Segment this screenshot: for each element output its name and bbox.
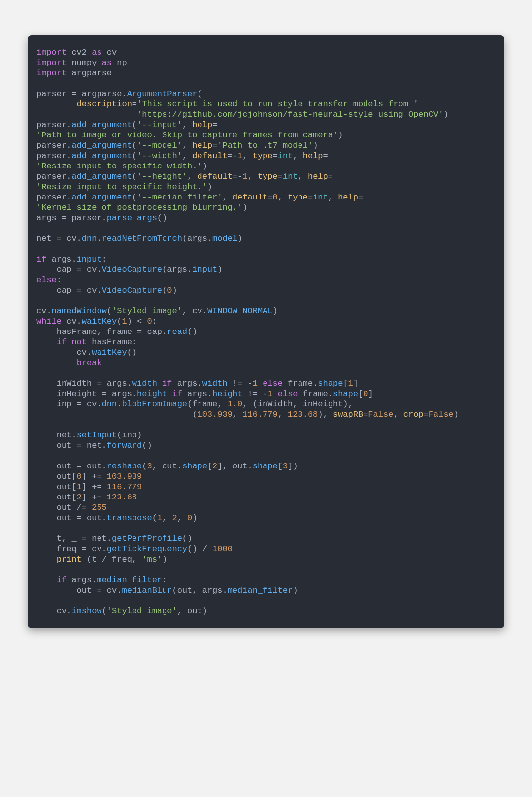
code-line: 'https://github.com/jcjohnson/fast-neura… (36, 110, 449, 119)
code-token: , (293, 151, 302, 161)
code-token: , out. (152, 462, 182, 471)
code-token: parser. (36, 193, 71, 202)
code-token: VideoCapture (102, 265, 162, 274)
code-token: 1 (157, 513, 162, 523)
code-token: args. (172, 379, 202, 388)
code-token: 1 (348, 379, 353, 388)
code-line: freq = cv.getTickFrequency() / 1000 (36, 544, 233, 554)
code-token: '--input' (137, 120, 182, 130)
code-token: net = cv. (36, 234, 82, 243)
code-token: 'Path to .t7 model' (217, 141, 313, 150)
code-line: args = parser.parse_args() (36, 213, 167, 223)
code-token: ), (318, 410, 333, 419)
code-token: not (71, 337, 87, 347)
code-token: ( (36, 410, 197, 419)
code-token: 0 (167, 286, 172, 295)
code-token: ( (152, 513, 157, 523)
code-token: 116.779 (242, 410, 277, 419)
code-token: default (197, 172, 232, 181)
code-line: hasFrame, frame = cap.read() (36, 327, 197, 336)
code-line: cap = cv.VideoCapture(args.input) (36, 265, 222, 274)
code-token (66, 337, 71, 347)
code-token: out /= (36, 503, 92, 512)
code-line: 'Resize input to specific height.') (36, 182, 212, 192)
code-token: median_filter (97, 575, 162, 585)
code-token: ( (117, 317, 122, 326)
code-token: , (393, 410, 403, 419)
code-token: , (222, 193, 232, 202)
code-token: : (102, 255, 107, 264)
code-line: parser = argparse.ArgumentParser( (36, 89, 202, 99)
code-line: out /= 255 (36, 503, 107, 512)
code-token: parser. (36, 120, 71, 130)
code-token: default (192, 151, 227, 161)
code-token: hasFrame: (87, 337, 137, 347)
code-token: ] += (82, 472, 107, 481)
code-token: type (258, 172, 278, 181)
code-token: 'This script is used to run style transf… (137, 100, 418, 109)
code-token: numpy (66, 58, 101, 67)
code-block[interactable]: import cv2 as cv import numpy as np impo… (28, 35, 504, 628)
code-token: ) < (127, 317, 147, 326)
code-token: type (253, 151, 273, 161)
code-token: model (212, 234, 237, 243)
code-token: reshape (107, 462, 142, 471)
code-token (36, 110, 137, 119)
code-token: 0 (77, 472, 82, 481)
code-token: ( (132, 193, 137, 202)
code-token: setInput (77, 431, 117, 440)
code-line: parser.add_argument('--model', help='Pat… (36, 141, 318, 150)
code-token: (inp) (117, 431, 142, 440)
code-token: () (182, 534, 192, 543)
code-token: args. (46, 255, 76, 264)
code-line: (103.939, 116.779, 123.68), swapRB=False… (36, 410, 459, 419)
code-token: while (36, 317, 62, 326)
code-token: ( (132, 172, 137, 181)
code-token: out = net. (36, 441, 107, 450)
code-token (36, 100, 77, 109)
code-token: , (177, 513, 187, 523)
code-token: dnn (82, 234, 97, 243)
code-line: 'Resize input to specific width.') (36, 162, 207, 171)
code-line: inp = cv.dnn.blobFromImage(frame, 1.0, (… (36, 399, 353, 409)
code-token: ) (172, 286, 177, 295)
code-token: out[ (36, 482, 77, 492)
code-token: , (248, 172, 258, 181)
code-token (36, 358, 77, 367)
code-token: 3 (147, 462, 152, 471)
code-token: 'Resize input to specific height.' (36, 182, 207, 192)
code-token: ) (313, 141, 318, 150)
code-token: help (192, 141, 212, 150)
code-token: import (36, 68, 66, 78)
code-token: if (172, 389, 182, 398)
code-token: args. (182, 389, 212, 398)
code-token: [ (207, 462, 212, 471)
code-token: out[ (36, 472, 77, 481)
code-token: width (132, 379, 157, 388)
code-token: 1000 (212, 544, 233, 554)
code-token: cv. (36, 606, 71, 616)
code-token: median_filter (228, 586, 293, 595)
code-token: default (233, 193, 267, 202)
code-token: () (142, 441, 152, 450)
code-token: 116.779 (107, 482, 142, 492)
code-token: out = out. (36, 513, 107, 523)
code-token: ] += (82, 493, 107, 502)
code-token: = (267, 193, 272, 202)
code-token: waitKey (92, 348, 127, 357)
code-token: shape (182, 462, 207, 471)
code-line: if args.input: (36, 255, 107, 264)
code-line: out[2] += 123.68 (36, 493, 137, 502)
code-token: () (127, 348, 137, 357)
code-token: shape (333, 389, 358, 398)
code-token: , (182, 120, 192, 130)
code-token: shape (318, 379, 343, 388)
code-line: description='This script is used to run … (36, 100, 418, 109)
code-token: 1 (267, 389, 272, 398)
code-token: ] += (82, 482, 107, 492)
code-token: 255 (92, 503, 107, 512)
code-token: swapRB (333, 410, 363, 419)
code-token: , out) (177, 606, 207, 616)
code-token: ) (192, 513, 197, 523)
code-token: (t / freq, (82, 555, 142, 564)
